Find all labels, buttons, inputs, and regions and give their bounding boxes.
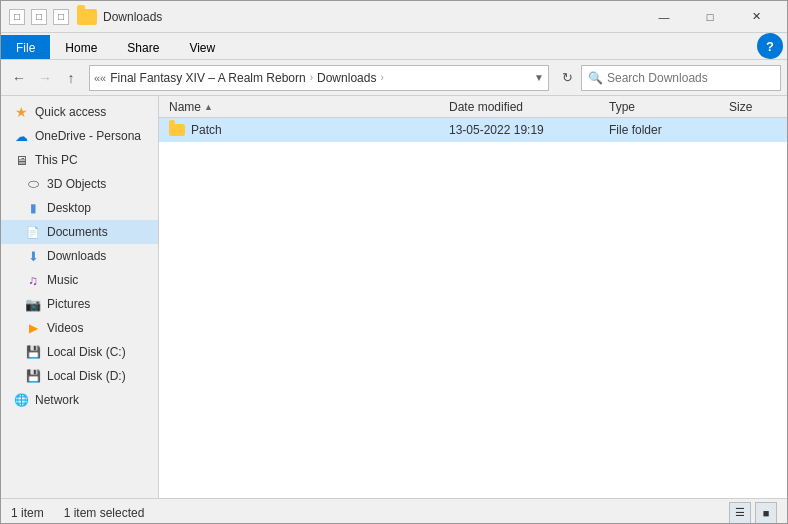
maximize-button[interactable]: □ — [687, 1, 733, 33]
address-dropdown-arrow[interactable]: ▼ — [534, 72, 544, 83]
status-bar: 1 item 1 item selected ☰ ■ — [1, 498, 787, 524]
table-row[interactable]: Patch 13-05-2022 19:19 File folder — [159, 118, 787, 142]
network-icon: 🌐 — [13, 392, 29, 408]
column-name[interactable]: Name ▲ — [169, 100, 449, 114]
sidebar-item-music[interactable]: ♫ Music — [1, 268, 158, 292]
help-button[interactable]: ? — [757, 33, 783, 59]
breadcrumb-separator-2: › — [380, 72, 383, 83]
view-buttons: ☰ ■ — [729, 502, 777, 524]
forward-button[interactable]: → — [33, 66, 57, 90]
window-controls[interactable]: — □ ✕ — [641, 1, 779, 33]
window-folder-icon — [77, 9, 97, 25]
music-icon: ♫ — [25, 272, 41, 288]
ribbon: File Home Share View ? — [1, 33, 787, 60]
sidebar-item-network[interactable]: 🌐 Network — [1, 388, 158, 412]
sidebar-label-3d-objects: 3D Objects — [47, 177, 106, 191]
ribbon-tabs: File Home Share View ? — [1, 33, 787, 59]
local-disk-c-icon: 💾 — [25, 344, 41, 360]
sidebar-item-pictures[interactable]: 📷 Pictures — [1, 292, 158, 316]
minimize-button[interactable]: — — [641, 1, 687, 33]
sidebar-item-downloads[interactable]: ⬇ Downloads — [1, 244, 158, 268]
title-bar: □ □ □ Downloads — □ ✕ — [1, 1, 787, 33]
sidebar-item-this-pc[interactable]: 🖥 This PC — [1, 148, 158, 172]
column-date[interactable]: Date modified — [449, 100, 609, 114]
pictures-icon: 📷 — [25, 296, 41, 312]
sidebar-item-local-d[interactable]: 💾 Local Disk (D:) — [1, 364, 158, 388]
sidebar-label-music: Music — [47, 273, 78, 287]
tab-view[interactable]: View — [174, 35, 230, 59]
sidebar-item-desktop[interactable]: ▮ Desktop — [1, 196, 158, 220]
column-type[interactable]: Type — [609, 100, 729, 114]
search-box[interactable]: 🔍 — [581, 65, 781, 91]
view-details-button[interactable]: ☰ — [729, 502, 751, 524]
navigation-bar: ← → ↑ «« Final Fantasy XIV – A Realm Reb… — [1, 60, 787, 96]
sidebar-item-3d-objects[interactable]: ⬭ 3D Objects — [1, 172, 158, 196]
sidebar-label-downloads: Downloads — [47, 249, 106, 263]
content-area: Name ▲ Date modified Type Size Patch 13-… — [159, 96, 787, 498]
sidebar-item-documents[interactable]: 📄 Documents — [1, 220, 158, 244]
close-button[interactable]: ✕ — [733, 1, 779, 33]
sidebar-label-local-c: Local Disk (C:) — [47, 345, 126, 359]
view-large-icons-button[interactable]: ■ — [755, 502, 777, 524]
up-button[interactable]: ↑ — [59, 66, 83, 90]
breadcrumb-parent[interactable]: Final Fantasy XIV – A Realm Reborn — [110, 71, 305, 85]
breadcrumb-separator-1: › — [310, 72, 313, 83]
selected-count: 1 item selected — [64, 506, 145, 520]
file-folder-icon — [169, 124, 185, 136]
system-icon-2: □ — [31, 9, 47, 25]
file-date: 13-05-2022 19:19 — [449, 123, 609, 137]
item-count: 1 item — [11, 506, 44, 520]
this-pc-icon: 🖥 — [13, 152, 29, 168]
tab-home[interactable]: Home — [50, 35, 112, 59]
column-size-label: Size — [729, 100, 752, 114]
documents-icon: 📄 — [25, 224, 41, 240]
sidebar-item-videos[interactable]: ▶ Videos — [1, 316, 158, 340]
column-date-label: Date modified — [449, 100, 523, 114]
search-input[interactable] — [607, 71, 774, 85]
column-size[interactable]: Size — [729, 100, 777, 114]
window-title: Downloads — [103, 10, 641, 24]
file-name: Patch — [191, 123, 222, 137]
search-icon: 🔍 — [588, 71, 603, 85]
sidebar-item-local-c[interactable]: 💾 Local Disk (C:) — [1, 340, 158, 364]
tab-share[interactable]: Share — [112, 35, 174, 59]
sidebar-label-documents: Documents — [47, 225, 108, 239]
system-icon-3: □ — [53, 9, 69, 25]
file-name-cell: Patch — [169, 123, 449, 137]
breadcrumb-current[interactable]: Downloads — [317, 71, 376, 85]
tab-file[interactable]: File — [1, 35, 50, 59]
3d-objects-icon: ⬭ — [25, 176, 41, 192]
main-area: ★ Quick access ☁ OneDrive - Persona 🖥 Th… — [1, 96, 787, 498]
sort-arrow-name: ▲ — [204, 102, 213, 112]
onedrive-icon: ☁ — [13, 128, 29, 144]
back-button[interactable]: ← — [7, 66, 31, 90]
title-bar-system-icons: □ □ □ — [9, 9, 69, 25]
file-type: File folder — [609, 123, 729, 137]
desktop-icon: ▮ — [25, 200, 41, 216]
refresh-button[interactable]: ↻ — [555, 66, 579, 90]
local-disk-d-icon: 💾 — [25, 368, 41, 384]
address-content: «« Final Fantasy XIV – A Realm Reborn › … — [94, 71, 534, 85]
breadcrumb-icon: «« — [94, 72, 106, 84]
sidebar: ★ Quick access ☁ OneDrive - Persona 🖥 Th… — [1, 96, 159, 498]
sidebar-label-this-pc: This PC — [35, 153, 78, 167]
quick-access-icon: ★ — [13, 104, 29, 120]
downloads-icon: ⬇ — [25, 248, 41, 264]
system-icon-1: □ — [9, 9, 25, 25]
column-name-label: Name — [169, 100, 201, 114]
sidebar-item-quick-access[interactable]: ★ Quick access — [1, 100, 158, 124]
column-headers: Name ▲ Date modified Type Size — [159, 96, 787, 118]
videos-icon: ▶ — [25, 320, 41, 336]
column-type-label: Type — [609, 100, 635, 114]
sidebar-label-desktop: Desktop — [47, 201, 91, 215]
sidebar-label-local-d: Local Disk (D:) — [47, 369, 126, 383]
sidebar-label-network: Network — [35, 393, 79, 407]
sidebar-label-pictures: Pictures — [47, 297, 90, 311]
sidebar-label-videos: Videos — [47, 321, 83, 335]
sidebar-label-onedrive: OneDrive - Persona — [35, 129, 141, 143]
address-bar[interactable]: «« Final Fantasy XIV – A Realm Reborn › … — [89, 65, 549, 91]
sidebar-label-quick-access: Quick access — [35, 105, 106, 119]
sidebar-item-onedrive[interactable]: ☁ OneDrive - Persona — [1, 124, 158, 148]
